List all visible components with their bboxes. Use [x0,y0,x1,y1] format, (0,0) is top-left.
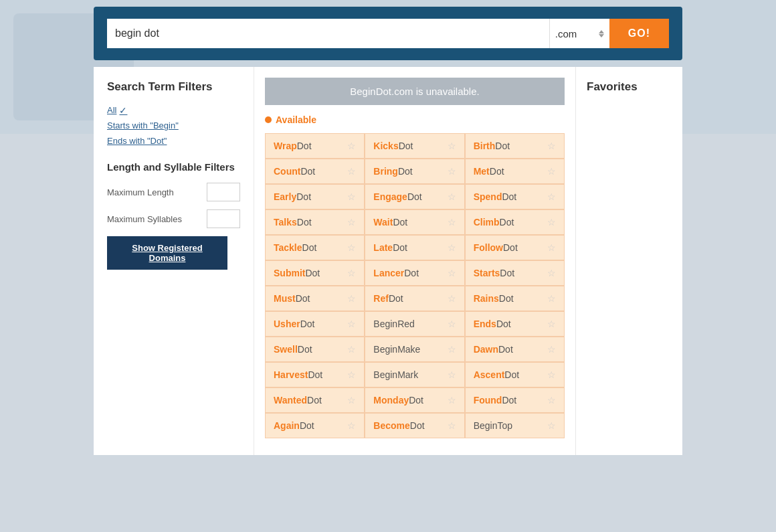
domain-name: HarvestDot [274,369,322,380]
domain-suffix: Dot [410,420,425,431]
domain-name: WrapDot [274,141,312,151]
domain-word: Bring [373,166,398,177]
star-icon[interactable]: ☆ [547,217,556,228]
domain-suffix: Dot [297,141,312,151]
filter-starts-link[interactable]: Starts with "Begin" [107,119,240,133]
star-icon[interactable]: ☆ [448,268,456,278]
star-icon[interactable]: ☆ [547,344,556,355]
search-input[interactable] [107,19,549,48]
star-icon[interactable]: ☆ [547,369,556,380]
star-icon[interactable]: ☆ [347,166,356,177]
domain-cell: WaitDot☆ [365,209,464,235]
available-dot-icon [265,116,272,123]
domain-name: AscentDot [474,369,519,380]
domain-cell: BeginMark☆ [365,362,464,387]
star-icon[interactable]: ☆ [547,268,556,278]
go-button[interactable]: GO! [609,19,669,48]
length-syllable-title: Length and Syllable Filters [107,161,240,174]
domain-name: BeginMark [373,369,418,380]
domain-cell: BeginRed☆ [365,311,464,337]
domain-name: EndsDot [474,319,511,329]
star-icon[interactable]: ☆ [547,141,556,151]
star-icon[interactable]: ☆ [347,217,356,228]
domain-cell: MondayDot☆ [365,387,464,413]
star-icon[interactable]: ☆ [448,166,456,177]
domain-cell: LancerDot☆ [365,260,464,286]
domain-suffix: Dot [498,344,513,355]
domain-cell: KicksDot☆ [365,133,464,159]
domain-word: Met [474,166,490,177]
domain-name: FollowDot [474,242,518,253]
star-icon[interactable]: ☆ [347,191,356,202]
star-icon[interactable]: ☆ [547,420,556,431]
star-icon[interactable]: ☆ [347,344,356,355]
domain-suffix: Dot [503,242,518,253]
star-icon[interactable]: ☆ [347,369,356,380]
domain-suffix: Dot [393,242,407,253]
domain-cell: SubmitDot☆ [265,260,365,286]
domain-word: Lancer [373,268,404,278]
show-registered-button[interactable]: Show Registered Domains [107,236,227,270]
domain-suffix: Dot [298,344,312,355]
favorites-title: Favorites [587,80,672,94]
domain-suffix: Dot [407,191,422,202]
domain-word: Begin [474,420,498,431]
star-icon[interactable]: ☆ [347,420,356,431]
star-icon[interactable]: ☆ [547,191,556,202]
star-icon[interactable]: ☆ [547,166,556,177]
star-icon[interactable]: ☆ [347,141,356,151]
domain-suffix: Dot [305,268,320,278]
star-icon[interactable]: ☆ [448,344,456,355]
star-icon[interactable]: ☆ [347,293,356,304]
domain-name: MondayDot [373,395,423,406]
filter-all-link[interactable]: All ✓ [107,103,240,118]
domain-suffix: Dot [502,191,516,202]
star-icon[interactable]: ☆ [448,319,456,329]
domain-cell: EndsDot☆ [465,311,565,337]
domain-suffix: Dot [504,369,519,380]
star-icon[interactable]: ☆ [547,319,556,329]
domain-name: BeginTop [474,420,512,431]
domain-name: BeginMake [373,344,420,355]
star-icon[interactable]: ☆ [547,395,556,406]
domain-grid: WrapDot☆KicksDot☆BirthDot☆CountDot☆Bring… [265,133,565,438]
domain-word: Become [373,420,409,431]
domain-name: TalksDot [274,217,312,228]
star-icon[interactable]: ☆ [448,191,456,202]
max-syllables-input[interactable] [207,209,240,228]
domain-name: RainsDot [474,293,514,304]
tld-select[interactable]: .com .net .org .io .co [555,28,591,39]
domain-suffix: Top [497,420,512,431]
max-length-input[interactable] [207,183,240,201]
star-icon[interactable]: ☆ [347,242,356,253]
domain-word: Kicks [373,141,398,151]
domain-suffix: Mark [397,369,418,380]
star-icon[interactable]: ☆ [448,420,456,431]
star-icon[interactable]: ☆ [448,141,456,151]
star-icon[interactable]: ☆ [347,268,356,278]
domain-cell: DawnDot☆ [465,337,565,362]
domain-cell: HarvestDot☆ [265,362,365,387]
star-icon[interactable]: ☆ [448,369,456,380]
domain-word: Usher [274,319,300,329]
star-icon[interactable]: ☆ [448,217,456,228]
star-icon[interactable]: ☆ [448,293,456,304]
domain-word: Begin [373,344,397,355]
checkmark-icon: ✓ [119,103,127,118]
star-icon[interactable]: ☆ [448,395,456,406]
star-icon[interactable]: ☆ [347,395,356,406]
domain-cell: FoundDot☆ [465,387,565,413]
tld-select-wrapper: .com .net .org .io .co [549,19,609,48]
domain-suffix: Dot [308,369,322,380]
domain-word: Dawn [474,344,498,355]
filter-ends-link[interactable]: Ends with "Dot" [107,135,240,149]
domain-word: Harvest [274,369,308,380]
star-icon[interactable]: ☆ [547,242,556,253]
star-icon[interactable]: ☆ [448,242,456,253]
domain-word: Must [274,293,296,304]
available-text: Available [276,114,316,125]
domain-cell: BeginMake☆ [365,337,464,362]
star-icon[interactable]: ☆ [547,293,556,304]
domain-cell: WantedDot☆ [265,387,365,413]
star-icon[interactable]: ☆ [347,319,356,329]
